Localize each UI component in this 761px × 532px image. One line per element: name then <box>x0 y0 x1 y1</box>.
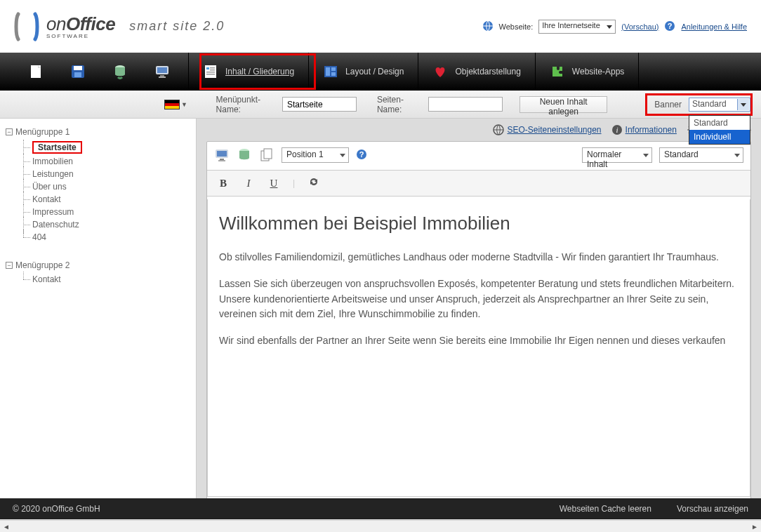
banner-label: Banner <box>654 100 682 109</box>
seo-link[interactable]: SEO-Seiteneinstellungen <box>493 124 601 135</box>
heart-icon <box>432 64 448 79</box>
footer-vorschau-link[interactable]: Vorschau anzeigen <box>677 504 748 514</box>
tree-item-group2-kontakt[interactable]: Kontakt <box>21 273 196 286</box>
tab-objekt-label: Objektdarstellung <box>455 67 520 77</box>
webseite-label: Webseite: <box>499 22 534 31</box>
svg-text:?: ? <box>668 22 673 30</box>
refresh-button[interactable] <box>307 176 320 190</box>
vorschau-link[interactable]: (Vorschau) <box>621 22 659 31</box>
brand-mark-icon <box>14 11 39 42</box>
content-type-select[interactable]: Normaler Inhalt <box>582 147 652 163</box>
tab-layout[interactable]: Layout / Design <box>309 53 418 91</box>
tree-item-immobilien[interactable]: Immobilien <box>21 155 196 168</box>
nav-tabs: Inhalt / Gliederung Layout / Design Obje… <box>188 53 639 91</box>
tree-item-impressum[interactable]: Impressum <box>21 206 196 218</box>
save-icon[interactable] <box>70 64 86 79</box>
collapse-icon[interactable]: − <box>6 128 13 135</box>
editor-copy-icon[interactable] <box>259 147 274 163</box>
position-select[interactable]: Position 1 <box>282 147 349 163</box>
collapse-icon[interactable]: − <box>6 262 13 269</box>
tree-item-leistungen[interactable]: Leistungen <box>21 168 196 180</box>
puzzle-icon <box>550 64 565 79</box>
footer-cache-link[interactable]: Webseiten Cache leeren <box>560 504 651 514</box>
tab-apps[interactable]: Website-Apps <box>536 53 639 91</box>
banner-group: Banner Standard Standard Individuell <box>645 93 753 116</box>
tab-apps-label: Website-Apps <box>572 67 624 77</box>
sidebar: − Menügruppe 1 Startseite Immobilien Lei… <box>0 119 197 512</box>
tab-objekt[interactable]: Objektdarstellung <box>418 53 535 91</box>
banner-dropdown: Standard Individuell <box>689 115 750 145</box>
monitor-icon[interactable] <box>154 64 170 79</box>
banner-option-individuell[interactable]: Individuell <box>689 130 750 144</box>
brand-logo: onOffice SOFTWARE <box>14 11 115 42</box>
svg-rect-5 <box>74 66 82 70</box>
content-area: − Menügruppe 1 Startseite Immobilien Lei… <box>0 119 761 512</box>
tree-group-1: − Menügruppe 1 Startseite Immobilien Lei… <box>13 127 196 244</box>
tree-group-2-header[interactable]: − Menügruppe 2 <box>6 260 196 270</box>
tree-group-2-label: Menügruppe 2 <box>15 260 70 270</box>
tree-group-2: − Menügruppe 2 Kontakt <box>13 260 196 286</box>
editor-toolbar: Position 1 ? Normaler Inhalt Standard <box>214 147 743 167</box>
new-page-icon[interactable] <box>28 64 44 79</box>
layout-icon <box>323 64 338 79</box>
content-icon <box>203 64 218 79</box>
nav-icon-row <box>28 64 170 79</box>
template-select[interactable]: Standard <box>659 147 743 163</box>
svg-rect-14 <box>210 67 215 69</box>
flag-icon[interactable]: ▼ <box>164 100 187 109</box>
menupunkt-input[interactable] <box>282 97 357 112</box>
brand: onOffice SOFTWARE smart site 2.0 <box>14 11 225 42</box>
editor-body[interactable]: Willkommen bei Beispiel Immobilien Ob st… <box>207 199 750 497</box>
scroll-left-icon[interactable]: ◄ <box>1 521 11 531</box>
editor-monitor-icon[interactable] <box>214 147 230 163</box>
svg-rect-20 <box>331 67 336 71</box>
sidebar-tree[interactable]: − Menügruppe 1 Startseite Immobilien Lei… <box>0 119 196 512</box>
banner-select[interactable]: Standard <box>689 98 750 112</box>
webseite-select[interactable]: Ihre Internetseite <box>538 20 616 34</box>
editor-trash-icon[interactable] <box>237 147 252 163</box>
tree-item-ueberuns[interactable]: Über uns <box>21 180 196 193</box>
italic-button[interactable]: I <box>242 178 255 189</box>
tree-item-kontakt[interactable]: Kontakt <box>21 193 196 206</box>
panel-links: SEO-Seiteneinstellungen i Informationen … <box>206 124 751 135</box>
svg-rect-16 <box>206 72 215 73</box>
svg-text:?: ? <box>359 150 364 159</box>
svg-rect-10 <box>160 75 164 77</box>
info-icon: i <box>611 124 623 135</box>
main-panel: SEO-Seiteneinstellungen i Informationen … <box>197 119 761 512</box>
tab-inhalt-label: Inhalt / Gliederung <box>225 67 294 77</box>
globe-icon <box>482 20 494 33</box>
editor-help-icon[interactable]: ? <box>356 149 367 162</box>
tree-item-datenschutz[interactable]: Datenschutz <box>21 218 196 231</box>
svg-rect-36 <box>220 159 224 160</box>
tree-item-startseite[interactable]: Startseite <box>21 140 196 155</box>
svg-rect-19 <box>326 67 330 76</box>
brand-tagline: smart site 2.0 <box>129 19 225 34</box>
svg-rect-17 <box>206 74 215 75</box>
help-link[interactable]: Anleitungen & Hilfe <box>681 22 747 31</box>
bold-button[interactable]: B <box>217 178 230 189</box>
scroll-right-icon[interactable]: ► <box>750 521 760 531</box>
trash-icon[interactable] <box>112 64 128 79</box>
tree-group-1-header[interactable]: − Menügruppe 1 <box>6 127 196 137</box>
tree-group-1-label: Menügruppe 1 <box>15 127 70 137</box>
seiten-input[interactable] <box>428 97 503 112</box>
svg-text:i: i <box>616 126 618 134</box>
svg-rect-9 <box>157 67 167 73</box>
neuen-inhalt-button[interactable]: Neuen Inhalt anlegen <box>520 96 607 113</box>
brand-name: onOffice <box>46 13 115 35</box>
info-link[interactable]: i Informationen <box>611 124 677 135</box>
footer: © 2020 onOffice GmbH Webseiten Cache lee… <box>0 498 761 519</box>
svg-rect-40 <box>264 149 272 159</box>
underline-button[interactable]: U <box>267 178 280 189</box>
content-p1: Ob stilvolles Familiendomizil, gemütlich… <box>219 250 739 265</box>
banner-option-standard[interactable]: Standard <box>689 116 750 130</box>
svg-rect-37 <box>218 160 225 161</box>
page-toolbar: ▼ Menüpunkt-Name: Seiten-Name: Neuen Inh… <box>0 91 761 119</box>
footer-copyright: © 2020 onOffice GmbH <box>13 504 100 514</box>
content-p3: Wir sind ebenfalls der Partner an Ihrer … <box>219 333 739 349</box>
editor-format-row: B I U | <box>207 170 750 197</box>
horizontal-scrollbar[interactable]: ◄ ► <box>0 520 761 532</box>
tab-inhalt[interactable]: Inhalt / Gliederung <box>189 53 309 91</box>
tree-item-404[interactable]: 404 <box>21 231 196 244</box>
